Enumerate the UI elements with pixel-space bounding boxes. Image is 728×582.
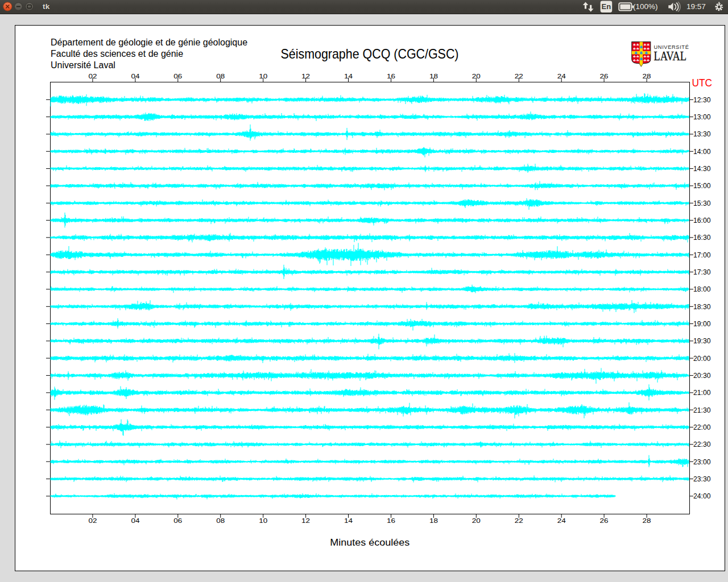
svg-text:12: 12 bbox=[301, 517, 310, 524]
svg-text:14: 14 bbox=[344, 73, 353, 80]
svg-text:18: 18 bbox=[429, 517, 438, 524]
svg-text:24: 24 bbox=[557, 517, 566, 524]
svg-text:14:30: 14:30 bbox=[693, 165, 711, 173]
svg-text:16: 16 bbox=[387, 73, 395, 80]
svg-text:06: 06 bbox=[173, 517, 182, 524]
svg-text:08: 08 bbox=[216, 73, 225, 80]
svg-text:LAVAL: LAVAL bbox=[654, 48, 687, 63]
svg-text:12: 12 bbox=[301, 73, 310, 80]
svg-text:15:30: 15:30 bbox=[693, 199, 711, 207]
svg-text:10: 10 bbox=[259, 517, 267, 524]
svg-text:17:00: 17:00 bbox=[693, 251, 711, 259]
svg-text:02: 02 bbox=[88, 73, 97, 80]
svg-text:Département de géologie et de: Département de géologie et de génie géol… bbox=[51, 38, 247, 47]
svg-text:13:30: 13:30 bbox=[693, 130, 711, 138]
svg-text:16: 16 bbox=[387, 517, 395, 524]
svg-text:22: 22 bbox=[515, 517, 523, 524]
svg-text:12:30: 12:30 bbox=[693, 96, 711, 104]
svg-text:28: 28 bbox=[643, 517, 651, 524]
svg-text:16:00: 16:00 bbox=[693, 217, 711, 225]
svg-text:19:30: 19:30 bbox=[693, 337, 711, 345]
svg-text:16:30: 16:30 bbox=[693, 234, 711, 242]
svg-text:10: 10 bbox=[259, 73, 267, 80]
svg-text:17:30: 17:30 bbox=[693, 268, 711, 276]
svg-text:08: 08 bbox=[216, 517, 225, 524]
svg-text:21:30: 21:30 bbox=[693, 406, 711, 414]
svg-text:28: 28 bbox=[643, 73, 651, 80]
svg-text:24:00: 24:00 bbox=[693, 492, 711, 500]
svg-text:20:00: 20:00 bbox=[693, 355, 711, 363]
svg-text:14:00: 14:00 bbox=[693, 148, 711, 156]
svg-text:22:00: 22:00 bbox=[693, 423, 711, 431]
svg-text:Faculté des sciences et de gén: Faculté des sciences et de génie bbox=[51, 49, 183, 59]
svg-text:20: 20 bbox=[472, 517, 481, 524]
svg-text:23:30: 23:30 bbox=[693, 475, 711, 483]
svg-text:06: 06 bbox=[173, 73, 182, 80]
svg-text:04: 04 bbox=[131, 517, 140, 524]
svg-text:Minutes écoulées: Minutes écoulées bbox=[330, 537, 410, 547]
svg-text:20:30: 20:30 bbox=[693, 372, 711, 380]
svg-text:Université Laval: Université Laval bbox=[51, 60, 115, 70]
svg-text:20: 20 bbox=[472, 73, 481, 80]
svg-text:15:00: 15:00 bbox=[693, 182, 711, 190]
svg-text:18:00: 18:00 bbox=[693, 285, 711, 293]
svg-text:18: 18 bbox=[429, 73, 438, 80]
svg-text:18:30: 18:30 bbox=[693, 303, 711, 311]
svg-text:UTC: UTC bbox=[692, 77, 713, 89]
svg-text:23:00: 23:00 bbox=[693, 458, 711, 466]
svg-text:21:00: 21:00 bbox=[693, 389, 711, 397]
svg-text:19:00: 19:00 bbox=[693, 320, 711, 328]
svg-text:24: 24 bbox=[557, 73, 566, 80]
svg-text:02: 02 bbox=[88, 517, 97, 524]
svg-text:26: 26 bbox=[600, 517, 609, 524]
svg-text:26: 26 bbox=[600, 73, 609, 80]
svg-text:22:30: 22:30 bbox=[693, 440, 711, 448]
svg-text:Séismographe QCQ (CGC/GSC): Séismographe QCQ (CGC/GSC) bbox=[281, 46, 459, 61]
svg-text:22: 22 bbox=[515, 73, 523, 80]
svg-text:14: 14 bbox=[344, 517, 353, 524]
svg-text:04: 04 bbox=[131, 73, 140, 80]
svg-text:13:00: 13:00 bbox=[693, 113, 711, 121]
